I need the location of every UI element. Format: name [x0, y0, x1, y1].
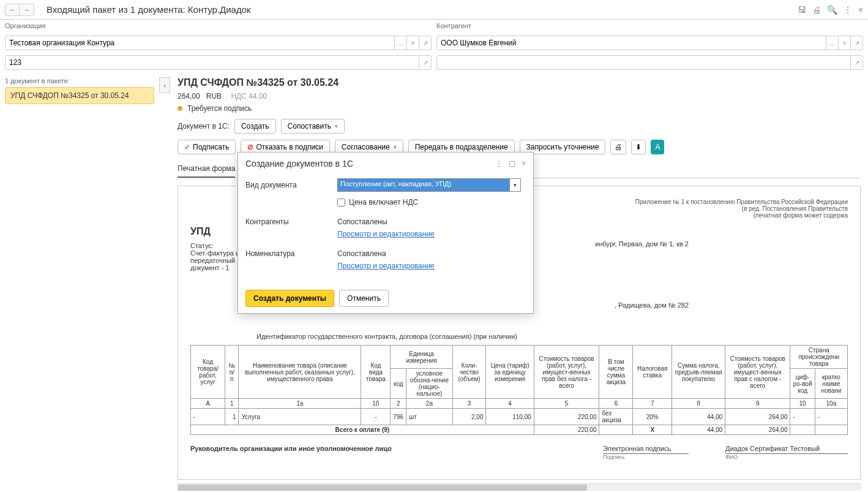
- tab-print-form[interactable]: Печатная форма: [178, 161, 235, 178]
- counterparty-field[interactable]: … × ↗: [436, 36, 863, 50]
- colnum: 6: [599, 399, 633, 409]
- modal-maximize-icon[interactable]: ▢: [509, 159, 515, 168]
- status-dot-icon: [178, 106, 182, 111]
- th-digit-code: циф-ро-вой код: [790, 369, 815, 399]
- doc-type-label: Вид документа: [245, 181, 337, 189]
- status-text: Требуется подпись: [187, 104, 252, 113]
- th-num: № п/п: [225, 346, 239, 399]
- create-1c-modal: Создание документов в 1С ⋮ ▢ × Вид докум…: [238, 152, 534, 314]
- counterparties-status: Сопоставлены: [337, 218, 526, 226]
- counterparties-view-edit-link[interactable]: Просмотр и редактирование: [337, 230, 435, 238]
- match-1c-button[interactable]: Сопоставить: [281, 119, 345, 134]
- th-price: Цена (тариф) за единицу измерения: [486, 346, 534, 399]
- save-icon[interactable]: 🖫: [798, 5, 806, 15]
- colnum: 8: [672, 399, 725, 409]
- horizontal-scrollbar[interactable]: [178, 483, 861, 491]
- table-row: - 1 Услуга - 796 шт 2,00 110,00 220,00 б…: [191, 409, 848, 425]
- open-button[interactable]: ↗: [419, 56, 431, 69]
- modal-more-icon[interactable]: ⋮: [495, 159, 503, 168]
- counterparty-extra-input[interactable]: [437, 58, 850, 67]
- th-qty: Коли-чество (объем): [452, 346, 486, 399]
- create-documents-button[interactable]: Создать документы: [245, 290, 334, 307]
- create-1c-button[interactable]: Создать: [234, 119, 276, 134]
- th-kind: Код вида товара: [361, 346, 391, 399]
- th-excise: В том числе сумма акциза: [599, 346, 633, 399]
- org-extra-input[interactable]: [6, 58, 419, 67]
- counterparty-extra-field[interactable]: ↗: [436, 55, 863, 70]
- price-includes-vat-checkbox[interactable]: [337, 199, 345, 206]
- colnum: 2: [391, 399, 406, 409]
- window-title: Входящий пакет из 1 документа: Контур.Ди…: [47, 4, 251, 15]
- colnum: 1: [225, 399, 239, 409]
- download-button[interactable]: ⬇: [631, 140, 646, 154]
- clear-button[interactable]: ×: [838, 36, 850, 50]
- currency: RUB: [206, 92, 222, 100]
- nomenclature-view-edit-link[interactable]: Просмотр и редактирование: [337, 262, 435, 270]
- colnum: 3: [452, 399, 486, 409]
- collapse-left-button[interactable]: ‹: [159, 77, 170, 93]
- esign-label: Электронная подпись: [603, 445, 689, 454]
- counterparty-label: Контрагент: [436, 22, 863, 29]
- clear-button[interactable]: ×: [406, 36, 419, 50]
- amount-value: 264,00: [178, 92, 200, 100]
- print-button[interactable]: 🖨: [610, 140, 626, 154]
- document-list-item[interactable]: УПД СЧФДОП №34325 от 30.05.24: [5, 87, 154, 104]
- colnum: 7: [633, 399, 672, 409]
- print-icon[interactable]: 🖨: [812, 5, 821, 15]
- nomenclature-status: Сопоставлена: [337, 249, 526, 258]
- doc-type-select[interactable]: Поступление (акт, накладная, УПД) ▾: [337, 178, 521, 192]
- open-button[interactable]: ↗: [419, 36, 431, 50]
- address-fragment-1: инбург, Первая, дом № 1, кв 2: [595, 240, 689, 248]
- more-icon[interactable]: ⋮: [844, 5, 852, 15]
- org-extra-field[interactable]: ↗: [5, 55, 432, 70]
- colnum: 5: [534, 399, 599, 409]
- colnum: 1а: [239, 399, 361, 409]
- doc-in-1c-label: Документ в 1С:: [178, 122, 230, 131]
- chevron-down-icon[interactable]: ▾: [509, 179, 520, 191]
- document-list-panel: 1 документ в пакете: УПД СЧФДОП №34325 о…: [0, 72, 159, 491]
- colnum: 10а: [815, 399, 847, 409]
- th-unit: Единица измерения: [391, 346, 452, 369]
- colnum: А: [191, 399, 225, 409]
- titlebar: ← → Входящий пакет из 1 документа: Конту…: [0, 0, 868, 20]
- address-fragment-2: , Радищева, дом № 282: [615, 301, 689, 309]
- open-button[interactable]: ↗: [850, 56, 862, 69]
- modal-title: Создание документов в 1С: [245, 159, 495, 168]
- contract-id-label: Идентификатор государственного контракта…: [256, 333, 848, 340]
- open-button[interactable]: ↗: [850, 36, 862, 50]
- close-icon[interactable]: ×: [858, 5, 863, 15]
- organization-field[interactable]: … × ↗: [5, 36, 432, 50]
- counterparty-input[interactable]: [437, 39, 826, 47]
- cancel-button[interactable]: Отменить: [339, 290, 389, 307]
- counterparties-label: Контрагенты: [245, 218, 337, 226]
- ellipsis-button[interactable]: …: [826, 36, 838, 50]
- th-code: Код товара/ работ, услуг: [191, 346, 225, 399]
- items-table: Код товара/ работ, услуг № п/п Наименова…: [190, 345, 848, 435]
- ellipsis-button[interactable]: …: [394, 36, 406, 50]
- th-short-name: кратко наиме новани: [815, 369, 847, 399]
- head-signature-label: Руководитель организации или иное уполно…: [190, 445, 566, 460]
- nav-back-button[interactable]: ←: [5, 4, 20, 16]
- th-cost: Стоимость товаров (работ, услуг), имущес…: [534, 346, 599, 399]
- organization-label: Организация: [5, 22, 432, 29]
- cert-sublabel: ФИО: [725, 454, 848, 460]
- scrollbar-thumb[interactable]: [178, 485, 587, 491]
- cert-label: Диадок Сертификат Тестовый: [725, 445, 848, 454]
- organization-input[interactable]: [6, 39, 394, 47]
- nds-value: НДС 44,00: [231, 92, 267, 100]
- colnum: 10: [790, 399, 815, 409]
- price-includes-vat-label: Цена включает НДС: [349, 198, 418, 206]
- packet-count-label: 1 документ в пакете:: [5, 77, 154, 85]
- th-name: Наименование товара (описание выполненны…: [239, 346, 361, 399]
- nav-forward-button[interactable]: →: [20, 4, 34, 16]
- th-total: Стоимость товаров (работ, услуг), имущес…: [725, 346, 790, 399]
- modal-close-icon[interactable]: ×: [522, 159, 526, 168]
- search-icon[interactable]: 🔍: [827, 5, 837, 15]
- document-title: УПД СЧФДОП №34325 от 30.05.24: [178, 77, 861, 88]
- table-totals-row: Всего к оплате (9) 220,00 X 44,00 264,00: [191, 425, 848, 435]
- colnum: 9: [725, 399, 790, 409]
- annotate-button[interactable]: A: [651, 140, 664, 154]
- th-country: Страна происхождени товара: [790, 346, 848, 369]
- sign-button[interactable]: Подписать: [178, 140, 236, 154]
- esign-sublabel: Подпись: [603, 454, 689, 460]
